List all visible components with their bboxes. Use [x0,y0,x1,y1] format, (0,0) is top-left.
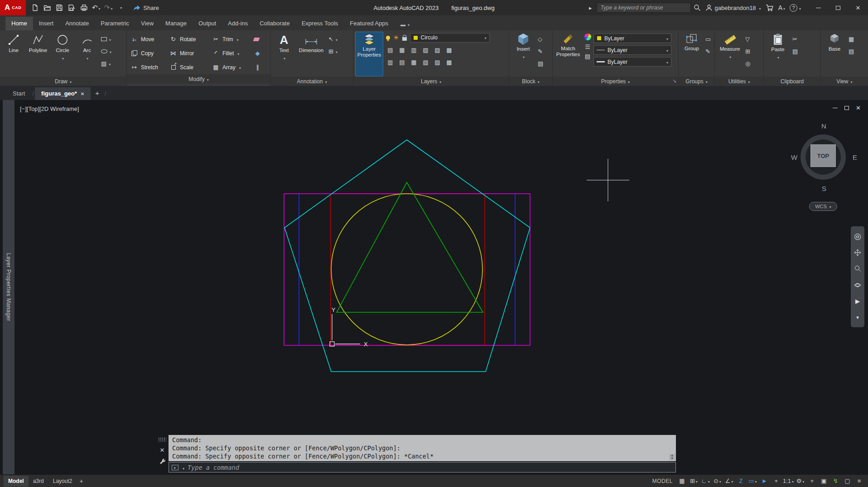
viewcube-north[interactable]: N [821,122,826,130]
ribbon-tab[interactable]: Express Tools [296,17,344,30]
properties-dialog-launcher-icon[interactable] [673,78,676,83]
line-button[interactable]: Line [2,32,25,76]
ribbon-tab[interactable]: Collaborate [254,17,296,30]
ribbon-tab[interactable]: Output [193,17,222,30]
layer-on-icon[interactable] [386,36,390,40]
annotation-monitor-icon[interactable]: + [807,476,817,486]
drawing-area[interactable]: YX Layer Properties Manager [−][Top][2D … [0,100,868,474]
share-button[interactable]: Share [133,5,159,11]
annotation-visibility-icon[interactable]: + [771,476,781,486]
square-red[interactable] [331,194,485,345]
undo-icon[interactable] [91,2,101,13]
redo-icon[interactable] [103,2,114,13]
copy-clip-icon[interactable]: ▤ [791,47,799,56]
graphics-performance-icon[interactable]: ↯ [830,476,841,486]
pentagon-cyan[interactable] [285,140,530,372]
ribbon-tab[interactable]: Insert [33,17,60,30]
ucs-y-label[interactable]: Y [332,306,336,313]
new-drawing-tab-button[interactable]: + [91,87,104,100]
quick-calculator-icon[interactable]: ⊞ [744,47,752,56]
save-icon[interactable] [54,2,65,13]
viewcube[interactable]: N E S W TOP [789,122,857,193]
erase-button[interactable] [254,38,265,41]
layer-settings-icon[interactable]: ▩ [445,59,453,65]
layer-unisolate-icon[interactable]: ▨ [433,47,442,53]
navbar-more-icon[interactable] [852,310,863,325]
layer-off-icon[interactable]: ▥ [386,59,395,65]
base-button[interactable]: Base [823,32,846,76]
layout-tab[interactable]: Layout2 [48,476,77,487]
draw-panel-label[interactable]: Draw [0,76,126,86]
close-tab-icon[interactable] [81,90,84,97]
trim-button[interactable]: Trim [212,36,254,43]
circle-yellow[interactable] [331,194,482,345]
text-button[interactable]: A Text [273,32,295,76]
arc-button[interactable]: Arc [75,32,99,76]
dynamic-ucs-icon[interactable]: Z [736,476,746,486]
viewport-minimize-icon[interactable] [833,108,838,108]
viewport-close-icon[interactable] [856,105,861,111]
command-customize-wrench-icon[interactable] [159,458,166,465]
array-button[interactable]: Array [212,64,254,71]
ortho-mode-icon[interactable]: ∟ [700,476,711,486]
copy-button[interactable]: Copy [130,50,169,57]
measure-button[interactable]: Measure [717,32,743,76]
viewcube-top-face[interactable]: TOP [810,144,836,167]
search-icon[interactable] [694,4,701,11]
ribbon-tab[interactable]: Featured Apps [344,17,394,30]
command-history[interactable]: Command:Command: Specify opposite corner… [169,435,676,461]
ribbon-tab[interactable]: Annotate [59,17,95,30]
scale-button[interactable]: Scale [169,64,212,71]
stretch-button[interactable]: Stretch [130,64,169,71]
steering-wheel-icon[interactable] [852,229,863,244]
annotation-panel-label[interactable]: Annotation [271,76,353,86]
layer-freeze-icon[interactable]: ▩ [445,47,453,53]
ribbon-display-options-icon[interactable] [398,19,412,30]
selection-filter-icon[interactable]: ► [759,476,770,486]
layer-merge-icon[interactable]: ▧ [421,59,430,65]
modify-panel-label[interactable]: Modify [127,74,270,84]
viewcube-east[interactable]: E [853,153,857,161]
properties-list-icon[interactable]: ▤ [585,53,590,59]
rectangle-tool-icon[interactable] [100,34,113,43]
pan-icon[interactable] [852,245,863,260]
show-motion-icon[interactable] [852,294,863,309]
layer-lock-toggle-icon[interactable] [402,37,407,41]
command-close-icon[interactable] [160,446,165,454]
circle-button[interactable]: Circle [51,32,74,76]
dimension-button[interactable]: Dimension [296,32,326,76]
clean-screen-icon[interactable]: ▢ [842,476,853,486]
viewcube-south[interactable]: S [822,185,826,192]
layer-properties-manager-palette-bar[interactable]: Layer Properties Manager [3,100,14,474]
model-space-drawing[interactable]: YX [0,100,868,474]
snap-mode-icon[interactable]: ⊞ [689,476,699,486]
layer-dropdown[interactable]: Circulo [410,33,490,43]
viewport-config-icon[interactable]: ▦ [847,34,855,43]
group-edit-icon[interactable]: ✎ [704,47,712,56]
command-input[interactable] [188,464,673,471]
edit-attributes-icon[interactable]: ✎ [536,47,545,56]
match-properties-button[interactable]: Match Properties [555,32,582,76]
open-file-icon[interactable] [42,2,53,13]
ribbon-tab[interactable]: Manage [159,17,193,30]
layer-match-icon[interactable]: ▦ [398,47,406,53]
ucs-x-label[interactable]: X [364,341,368,348]
table-tool-icon[interactable]: ⊞ [327,47,339,56]
layer-lock-icon[interactable]: ▤ [398,59,406,65]
insert-button[interactable]: Insert [511,32,535,76]
id-point-icon[interactable]: ◎ [744,59,752,68]
rotate-button[interactable]: Rotate [169,36,212,43]
layer-previous-icon[interactable]: ▥ [410,47,418,53]
close-window-icon[interactable] [848,0,868,15]
layer-isolate-icon[interactable]: ▧ [421,47,430,53]
ribbon-tab[interactable]: Home [5,17,33,30]
ribbon-tab[interactable]: Add-ins [222,17,254,30]
isolate-objects-icon[interactable]: ▣ [819,476,829,486]
autodesk-apps-button[interactable] [778,4,785,11]
search-input[interactable] [597,3,691,13]
orbit-icon[interactable] [852,277,863,292]
layout-tab[interactable]: a3rd [29,476,48,487]
help-button[interactable] [790,4,801,12]
fillet-button[interactable]: Fillet [212,50,254,57]
color-wheel-icon[interactable] [584,33,591,40]
